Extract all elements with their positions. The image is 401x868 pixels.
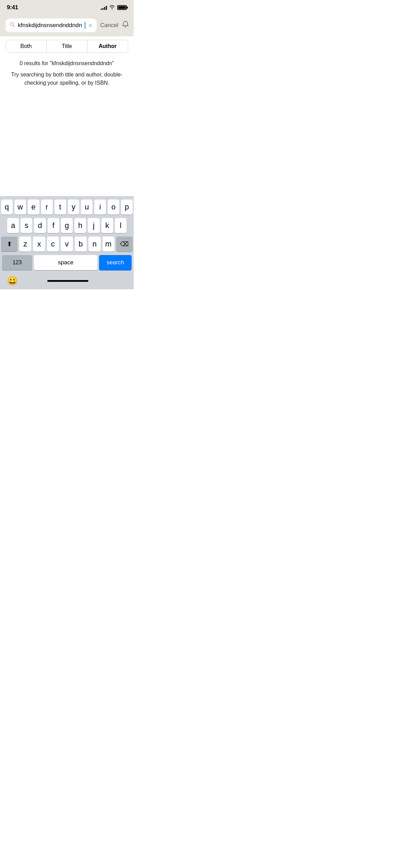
search-input[interactable]: kfnskdijdnsnsendnddndn <box>18 22 82 29</box>
status-time: 9:41 <box>7 4 18 11</box>
tab-author[interactable]: Author <box>87 40 128 52</box>
key-x[interactable]: x <box>33 237 45 252</box>
emoji-button[interactable]: 😀 <box>7 276 18 286</box>
key-t[interactable]: t <box>54 200 66 215</box>
status-bar: 9:41 <box>0 0 134 15</box>
key-a[interactable]: a <box>7 218 19 233</box>
key-u[interactable]: u <box>81 200 93 215</box>
key-l[interactable]: l <box>115 218 126 233</box>
tab-both[interactable]: Both <box>6 40 47 52</box>
tab-group: Both Title Author <box>5 40 128 53</box>
signal-icon <box>101 5 107 10</box>
key-w[interactable]: w <box>14 200 26 215</box>
key-n[interactable]: n <box>88 237 100 252</box>
results-count: 0 results for "kfnskdijdnsnsendnddndn" <box>5 60 128 67</box>
tab-title[interactable]: Title <box>47 40 87 52</box>
space-key[interactable]: space <box>34 255 97 270</box>
key-s[interactable]: s <box>21 218 32 233</box>
results-area: 0 results for "kfnskdijdnsnsendnddndn" T… <box>0 55 134 196</box>
home-indicator <box>47 280 88 282</box>
clear-button[interactable]: ✕ <box>88 22 93 29</box>
keyboard-row-bottom: 123 space search <box>1 255 133 270</box>
key-o[interactable]: o <box>108 200 119 215</box>
key-i[interactable]: i <box>94 200 106 215</box>
keyboard-row-1: q w e r t y u i o p <box>1 200 133 215</box>
key-q[interactable]: q <box>1 200 13 215</box>
key-v[interactable]: v <box>61 237 73 252</box>
key-b[interactable]: b <box>75 237 87 252</box>
svg-line-1 <box>13 26 15 27</box>
search-key[interactable]: search <box>99 255 132 270</box>
key-p[interactable]: p <box>121 200 133 215</box>
key-c[interactable]: c <box>47 237 59 252</box>
search-area: kfnskdijdnsnsendnddndn ✕ Cancel <box>0 15 134 36</box>
bell-icon[interactable] <box>122 21 129 30</box>
keyboard-row-3: ⬆ z x c v b n m ⌫ <box>1 237 133 252</box>
keyboard: q w e r t y u i o p a s d f g h j k l ⬆ … <box>0 196 134 272</box>
cancel-button[interactable]: Cancel <box>100 22 118 29</box>
wifi-icon <box>109 5 115 11</box>
cursor <box>85 22 85 29</box>
key-m[interactable]: m <box>102 237 114 252</box>
key-g[interactable]: g <box>61 218 73 233</box>
bottom-bar: 😀 <box>0 272 134 289</box>
key-r[interactable]: r <box>41 200 53 215</box>
status-icons <box>101 5 127 11</box>
key-f[interactable]: f <box>48 218 59 233</box>
key-j[interactable]: j <box>88 218 99 233</box>
search-box[interactable]: kfnskdijdnsnsendnddndn ✕ <box>5 19 97 32</box>
shift-key[interactable]: ⬆ <box>1 237 17 252</box>
key-z[interactable]: z <box>19 237 31 252</box>
delete-key[interactable]: ⌫ <box>116 237 133 252</box>
results-hint: Try searching by both title and author, … <box>5 71 128 87</box>
key-e[interactable]: e <box>28 200 39 215</box>
key-y[interactable]: y <box>68 200 80 215</box>
keyboard-row-2: a s d f g h j k l <box>1 218 133 233</box>
search-glass-icon <box>10 22 15 29</box>
key-k[interactable]: k <box>101 218 113 233</box>
key-h[interactable]: h <box>74 218 86 233</box>
key-d[interactable]: d <box>34 218 46 233</box>
numbers-key[interactable]: 123 <box>2 255 32 270</box>
battery-icon <box>117 5 127 10</box>
filter-tabs: Both Title Author <box>0 36 134 55</box>
